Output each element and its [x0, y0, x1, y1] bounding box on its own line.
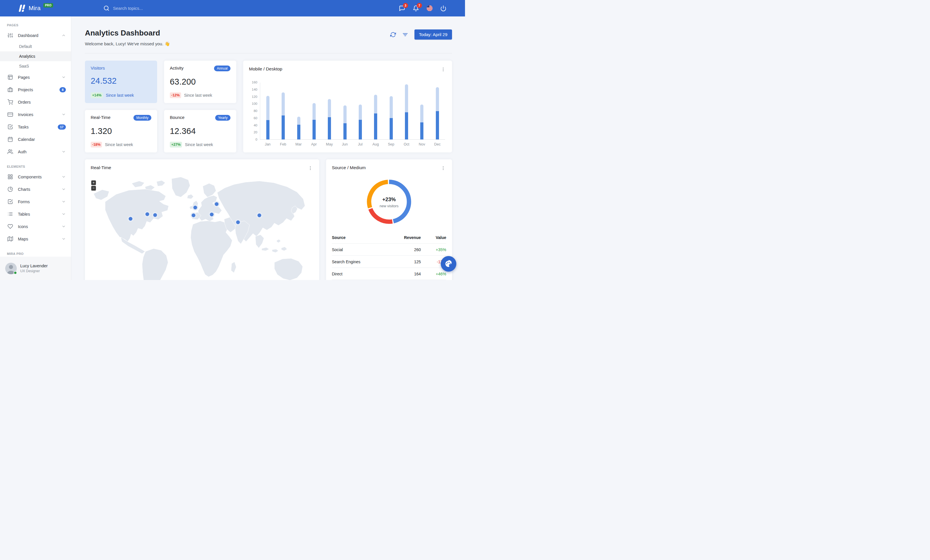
table-row[interactable]: Social260+35%	[332, 244, 446, 256]
online-status-dot	[14, 271, 17, 275]
navbar-search[interactable]	[103, 5, 399, 11]
messages-button[interactable]: 3	[399, 5, 405, 12]
stacked-bar[interactable]	[420, 104, 423, 140]
chart-card-title: Mobile / Desktop	[249, 66, 282, 72]
stacked-bar[interactable]	[405, 84, 408, 140]
search-input[interactable]	[113, 6, 234, 11]
sidebar-item-tables[interactable]: Tables	[0, 208, 71, 220]
stat-period-badge[interactable]: Monthly	[134, 115, 151, 121]
stacked-bar[interactable]	[374, 95, 377, 140]
mira-logo-icon	[18, 4, 26, 12]
sidebar-section-label: ELEMENTS	[0, 158, 71, 170]
bars	[260, 83, 445, 140]
map-marker[interactable]	[258, 213, 262, 217]
source-menu-button[interactable]	[440, 165, 446, 171]
sidebar-item-pages[interactable]: Pages	[0, 71, 71, 83]
table-row[interactable]: Direct164+46%	[332, 268, 446, 280]
stat-footnote: -12%Since last week	[170, 92, 231, 98]
more-vertical-icon	[441, 166, 446, 170]
sidebar-item-label: Invoices	[18, 112, 62, 117]
stacked-bar[interactable]	[436, 87, 439, 140]
sidebar-item-dashboard[interactable]: Dashboard	[0, 29, 71, 41]
stat-period-badge[interactable]: Annual	[214, 66, 231, 71]
desktop-bar-segment	[266, 96, 269, 120]
bar-column-feb	[276, 92, 291, 140]
stacked-bar[interactable]	[297, 117, 300, 140]
map-zoom-out-button[interactable]: −	[91, 186, 96, 190]
chevron-down-icon	[62, 112, 66, 117]
stat-value: 12.364	[170, 126, 231, 136]
map-marker[interactable]	[192, 213, 196, 217]
notifications-button[interactable]: 7	[413, 5, 419, 12]
desktop-bar-segment	[436, 87, 439, 111]
logout-button[interactable]	[440, 5, 447, 12]
month-label: Oct	[399, 142, 414, 146]
map-marker[interactable]	[215, 203, 219, 206]
stat-title: Visitors	[91, 66, 105, 71]
map-marker[interactable]	[210, 213, 214, 216]
sidebar-item-orders[interactable]: Orders	[0, 96, 71, 108]
navbar-actions: 3 7	[399, 5, 447, 12]
month-label: Nov	[414, 142, 430, 146]
stat-period-badge[interactable]: Yearly	[215, 115, 231, 121]
sidebar-item-calendar[interactable]: Calendar	[0, 133, 71, 146]
desktop-bar-segment	[374, 95, 377, 113]
notifications-count-badge: 7	[417, 3, 422, 8]
calendar-icon	[8, 137, 13, 142]
map-marker[interactable]	[129, 217, 132, 221]
table-row[interactable]: Search Engines125-12%	[332, 256, 446, 268]
month-label: Jan	[260, 142, 275, 146]
stat-card-activity: ActivityAnnual63.200-12%Since last week	[164, 61, 236, 103]
messages-count-badge: 3	[403, 3, 408, 8]
month-label: Feb	[275, 142, 291, 146]
sidebar-item-charts[interactable]: Charts	[0, 183, 71, 195]
sidebar-item-tasks[interactable]: Tasks17	[0, 121, 71, 133]
stacked-bar[interactable]	[313, 103, 316, 140]
sidebar-item-invoices[interactable]: Invoices	[0, 108, 71, 121]
stacked-bar[interactable]	[328, 99, 331, 140]
stacked-bar[interactable]	[390, 96, 393, 140]
sidebar-subitem-saas[interactable]: SaaS	[0, 61, 71, 71]
sidebar-subitem-analytics[interactable]: Analytics	[0, 51, 71, 61]
sidebar-item-auth[interactable]: Auth	[0, 146, 71, 158]
language-flag-us-icon[interactable]	[427, 5, 433, 11]
mobile-bar-segment	[297, 125, 300, 140]
sidebar-item-components[interactable]: Components	[0, 170, 71, 183]
stacked-bar[interactable]	[343, 105, 346, 140]
chart-menu-button[interactable]	[440, 66, 446, 72]
mobile-bar-segment	[266, 120, 269, 140]
bar-column-jul	[353, 104, 368, 140]
sidebar-item-projects[interactable]: Projects8	[0, 83, 71, 96]
cell-source: Direct	[332, 272, 386, 276]
map-icon	[8, 236, 13, 242]
bar-column-nov	[414, 104, 430, 140]
stats-grid: Visitors24.532+14%Since last weekActivit…	[85, 61, 236, 152]
sidebar-item-icons[interactable]: Icons	[0, 220, 71, 233]
date-range-button[interactable]: Today: April 29	[414, 29, 452, 40]
map-menu-button[interactable]	[307, 165, 313, 171]
stat-delta-badge: +14%	[91, 92, 103, 98]
theme-settings-button[interactable]	[441, 256, 456, 272]
header-divider	[85, 53, 452, 54]
map-zoom-in-button[interactable]: +	[91, 180, 96, 185]
refresh-button[interactable]	[390, 32, 396, 38]
stacked-bar[interactable]	[282, 92, 285, 140]
filter-button[interactable]	[402, 32, 408, 38]
bar-chart-plot: 160140120100806040200	[260, 83, 445, 140]
brand[interactable]: Mira PRO	[18, 4, 53, 12]
map-marker[interactable]	[153, 213, 157, 217]
map-marker[interactable]	[194, 206, 197, 210]
sidebar-item-forms[interactable]: Forms	[0, 195, 71, 208]
stat-delta-badge: +27%	[170, 142, 182, 147]
y-tick-label: 60	[254, 116, 257, 120]
stacked-bar[interactable]	[359, 104, 362, 140]
sidebar-item-maps[interactable]: Maps	[0, 233, 71, 245]
map-marker[interactable]	[236, 221, 240, 224]
map-marker[interactable]	[146, 212, 149, 216]
stacked-bar[interactable]	[266, 96, 269, 140]
sidebar-subitem-default[interactable]: Default	[0, 41, 71, 51]
bar-column-sep	[383, 96, 399, 140]
source-medium-card: Source / Medium +23% new visitors Source…	[326, 160, 452, 280]
chevron-down-icon	[62, 150, 66, 154]
sidebar-user[interactable]: Lucy Lavender UX Designer	[0, 256, 71, 280]
